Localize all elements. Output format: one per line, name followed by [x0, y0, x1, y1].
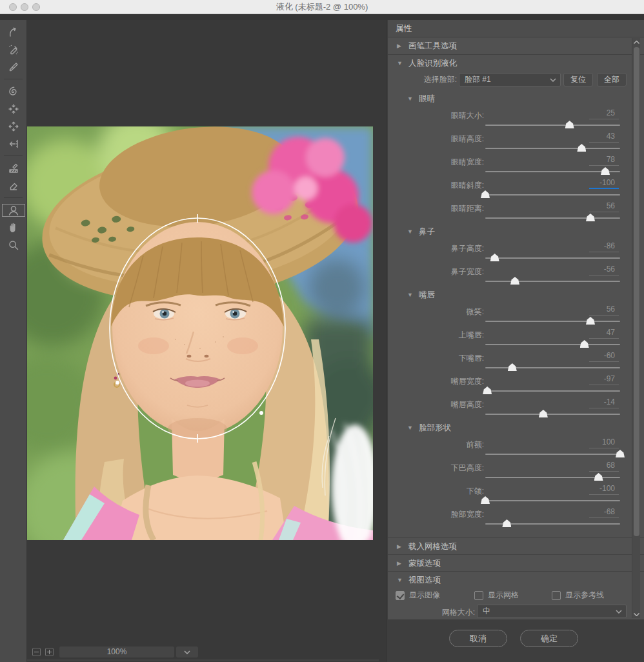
bloat-icon [7, 120, 20, 133]
slider-handle[interactable] [594, 473, 603, 481]
slider-handle[interactable] [490, 254, 499, 261]
slider-track[interactable] [485, 500, 620, 501]
slider-value-field[interactable]: -56 [589, 265, 619, 276]
slider-track[interactable] [485, 523, 620, 525]
slider-value-field[interactable]: 56 [589, 201, 619, 212]
select-face-row: 选择脸部: 脸部 #1 复位 全部 [388, 71, 644, 90]
slider-handle[interactable] [539, 410, 548, 417]
slider-track[interactable] [485, 194, 620, 196]
section-view-options[interactable]: ▼ 视图选项 [388, 571, 644, 588]
section-face-aware-liquify[interactable]: ▼ 人脸识别液化 [388, 54, 644, 71]
forward-warp-tool[interactable] [0, 24, 27, 41]
hand-icon [7, 221, 20, 234]
slider-track[interactable] [485, 171, 620, 172]
subsection-嘴唇[interactable]: ▼嘴唇 [388, 286, 644, 303]
slider-value-field[interactable]: -97 [589, 374, 619, 385]
smooth-icon [7, 61, 20, 74]
zoom-out-button[interactable] [32, 648, 41, 656]
scroll-up-icon[interactable] [632, 38, 641, 46]
slider-handle[interactable] [586, 317, 595, 325]
slider-value-field[interactable]: -100 [589, 178, 619, 189]
ok-button[interactable]: 确定 [520, 630, 578, 647]
smooth-tool[interactable] [0, 59, 27, 75]
mesh-size-dropdown[interactable]: 中 [477, 605, 627, 618]
forward-warp-icon [7, 26, 20, 39]
checked-checkbox-icon[interactable] [396, 591, 405, 600]
subsection-脸部形状[interactable]: ▼脸部形状 [388, 419, 644, 436]
checkbox-显示参考线[interactable]: 显示参考线 [552, 590, 604, 601]
slider-handle[interactable] [601, 167, 610, 175]
slider-value-field[interactable]: 56 [589, 305, 619, 316]
reset-button[interactable]: 复位 [563, 73, 593, 86]
section-load-mesh-options[interactable]: ▶ 载入网格选项 [388, 537, 644, 554]
slider-row: 眼睛距离:56 [388, 200, 644, 223]
slider-handle[interactable] [483, 386, 492, 394]
canvas-area[interactable]: 100% [27, 20, 387, 662]
select-face-dropdown[interactable]: 脸部 #1 [459, 73, 561, 86]
slider-track[interactable] [485, 477, 620, 478]
slider-value-field[interactable]: -100 [589, 484, 619, 495]
thaw-mask-tool[interactable] [0, 177, 27, 194]
pucker-tool[interactable] [0, 101, 27, 117]
slider-handle[interactable] [502, 519, 511, 527]
slider-handle[interactable] [481, 496, 490, 504]
all-button[interactable]: 全部 [597, 73, 627, 86]
slider-track[interactable] [485, 321, 620, 322]
unchecked-checkbox-icon[interactable] [474, 591, 483, 600]
slider-track[interactable] [485, 454, 620, 455]
slider-track[interactable] [485, 390, 620, 392]
slider-value-field[interactable]: -14 [589, 397, 619, 408]
slider-track[interactable] [485, 281, 620, 282]
slider-track[interactable] [485, 148, 620, 149]
zoom-level-dropdown[interactable] [176, 647, 198, 657]
zoom-level-field[interactable]: 100% [59, 647, 174, 657]
slider-track[interactable] [485, 257, 620, 259]
unchecked-checkbox-icon[interactable] [552, 591, 561, 600]
checkbox-显示图像[interactable]: 显示图像 [396, 590, 440, 601]
slider-handle[interactable] [565, 121, 574, 128]
push-left-tool[interactable] [0, 135, 27, 152]
slider-value-field[interactable]: 100 [589, 437, 619, 448]
toolbar-separator [4, 79, 23, 79]
slider-value-field[interactable]: 68 [589, 461, 619, 472]
slider-row: 嘴唇高度:-14 [388, 396, 644, 419]
hand-tool[interactable] [0, 219, 27, 236]
freeze-mask-tool[interactable] [0, 160, 27, 177]
scroll-down-icon[interactable] [632, 610, 641, 618]
canvas-horizontal-scrollbar[interactable] [27, 659, 379, 661]
scrollbar-thumb[interactable] [634, 47, 639, 536]
slider-track[interactable] [485, 125, 620, 126]
panel-scrollbar[interactable] [632, 38, 640, 618]
photo-canvas[interactable] [27, 126, 373, 540]
slider-handle[interactable] [580, 340, 589, 348]
section-brush-tool-options[interactable]: ▶ 画笔工具选项 [388, 37, 644, 54]
slider-value-field[interactable]: 43 [589, 132, 619, 143]
checkbox-显示网格[interactable]: 显示网格 [474, 590, 519, 601]
slider-value-field[interactable]: 47 [589, 328, 619, 339]
slider-value-field[interactable]: 78 [589, 155, 619, 166]
slider-value-field[interactable]: 25 [589, 108, 619, 119]
slider-handle[interactable] [481, 190, 490, 198]
slider-handle[interactable] [577, 144, 586, 152]
slider-handle[interactable] [586, 214, 595, 221]
slider-track[interactable] [485, 367, 620, 368]
bloat-tool[interactable] [0, 118, 27, 135]
slider-value-field[interactable]: -60 [589, 351, 619, 362]
slider-value-field[interactable]: -68 [589, 507, 619, 518]
reconstruct-tool[interactable] [0, 41, 27, 58]
slider-track[interactable] [485, 344, 620, 345]
slider-track[interactable] [485, 414, 620, 415]
slider-track[interactable] [485, 217, 620, 219]
cancel-button[interactable]: 取消 [449, 630, 507, 647]
slider-handle[interactable] [616, 450, 625, 457]
subsection-眼睛[interactable]: ▼眼睛 [388, 90, 644, 107]
zoom-in-button[interactable] [45, 648, 54, 656]
face-tool[interactable] [0, 202, 27, 219]
section-mask-options[interactable]: ▶ 蒙版选项 [388, 554, 644, 571]
slider-value-field[interactable]: -86 [589, 241, 619, 252]
slider-handle[interactable] [508, 363, 517, 371]
twirl-clockwise-tool[interactable] [0, 83, 27, 100]
subsection-鼻子[interactable]: ▼鼻子 [388, 223, 644, 240]
slider-handle[interactable] [510, 277, 519, 285]
zoom-tool[interactable] [0, 237, 27, 254]
